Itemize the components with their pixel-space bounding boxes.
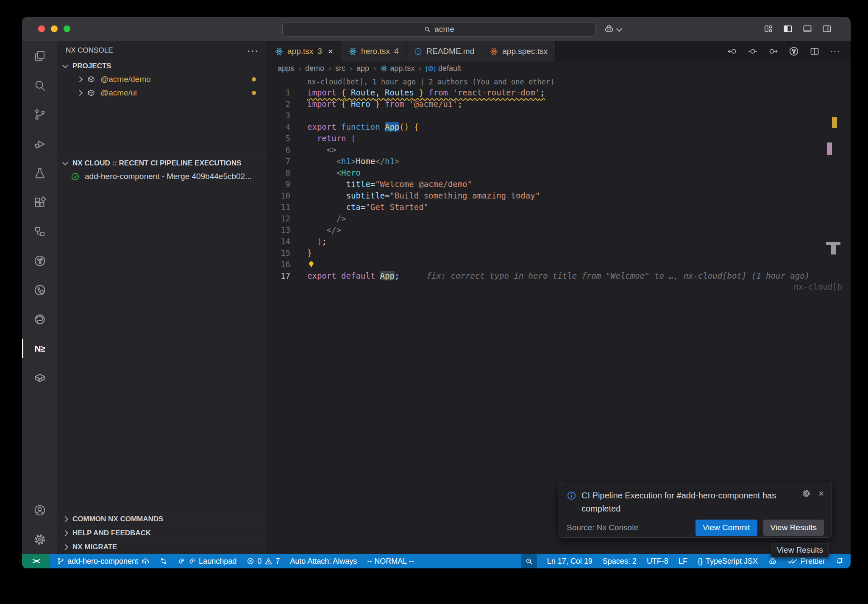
section-nx-migrate[interactable]: NX MIGRATE bbox=[57, 540, 267, 554]
chevron-right-icon bbox=[62, 544, 68, 550]
view-commit-button[interactable]: View Commit bbox=[696, 520, 757, 536]
nav-back-icon[interactable] bbox=[727, 46, 737, 56]
customize-layout-icon[interactable] bbox=[763, 24, 773, 34]
git-branch-status[interactable]: add-hero-component bbox=[57, 557, 150, 566]
explorer-icon[interactable] bbox=[22, 41, 57, 70]
tab-hero-tsx[interactable]: hero.tsx 4 bbox=[341, 41, 406, 62]
modified-dot bbox=[252, 91, 256, 95]
branch-icon bbox=[57, 557, 64, 565]
encoding-status[interactable]: UTF-8 bbox=[647, 557, 668, 566]
more-actions-icon[interactable]: ··· bbox=[830, 46, 840, 57]
project-item-acme-demo[interactable]: @acme/demo bbox=[57, 73, 267, 86]
language-mode-status[interactable]: {} TypeScript JSX bbox=[698, 557, 758, 566]
code-line[interactable]: 8 <Hero bbox=[267, 167, 851, 179]
close-tab-icon[interactable]: × bbox=[328, 46, 333, 56]
code-line[interactable]: 12 /> bbox=[267, 213, 851, 224]
notification-close-icon[interactable]: × bbox=[818, 489, 824, 498]
problems-status[interactable]: 0 7 bbox=[247, 557, 280, 566]
settings-gear-icon[interactable] bbox=[22, 525, 57, 554]
accounts-icon[interactable] bbox=[22, 495, 57, 525]
testing-icon[interactable] bbox=[22, 158, 57, 187]
code-line[interactable]: 10 subtitle="Build something amazing tod… bbox=[267, 190, 851, 201]
auto-attach-status[interactable]: Auto Attach: Always bbox=[290, 557, 357, 566]
code-line[interactable]: 7 <h1>Home</h1> bbox=[267, 156, 851, 167]
info-file-icon bbox=[414, 48, 422, 56]
pipeline-execution-item[interactable]: add-hero-component - Merge 409b44e5cb02.… bbox=[57, 170, 267, 183]
source-control-icon[interactable] bbox=[22, 100, 57, 129]
nx-graph-icon[interactable] bbox=[788, 46, 799, 57]
code-line[interactable]: 14 ); bbox=[267, 236, 851, 247]
view-results-button[interactable]: View Results bbox=[763, 520, 824, 536]
nav-circle-icon[interactable] bbox=[748, 46, 758, 56]
formatter-status[interactable]: Prettier bbox=[787, 557, 825, 566]
code-line[interactable]: 1import { Route, Routes } from 'react-ro… bbox=[267, 87, 851, 98]
code-line[interactable]: 4export function App() { bbox=[267, 121, 851, 133]
project-label: @acme/ui bbox=[100, 88, 137, 98]
nx-console-icon[interactable]: N≥ bbox=[22, 334, 57, 363]
braces-icon: {} bbox=[698, 557, 703, 566]
zoom-out-status[interactable] bbox=[521, 554, 537, 568]
toggle-secondary-sidebar-icon[interactable] bbox=[822, 24, 832, 34]
code-line[interactable]: 11 cta="Get Started" bbox=[267, 201, 851, 213]
line-number: 10 bbox=[267, 190, 295, 201]
cursor-position-status[interactable]: Ln 17, Col 19 bbox=[547, 557, 593, 566]
maximize-window-button[interactable] bbox=[64, 25, 70, 32]
editor-group: app.tsx 3 × hero.tsx 4 README.md bbox=[267, 41, 851, 554]
remote-indicator[interactable]: >< bbox=[22, 554, 50, 568]
copilot-menu[interactable] bbox=[604, 23, 621, 34]
breadcrumb-item-symbol[interactable]: [⊘] default bbox=[426, 64, 461, 73]
edge-tools-icon[interactable] bbox=[22, 305, 57, 334]
notifications-bell[interactable] bbox=[835, 557, 844, 565]
nav-forward-icon[interactable] bbox=[768, 46, 778, 56]
toggle-panel-icon[interactable] bbox=[802, 24, 812, 34]
project-item-acme-ui[interactable]: @acme/ui bbox=[57, 86, 267, 100]
run-debug-icon[interactable] bbox=[22, 129, 57, 158]
tab-bar: app.tsx 3 × hero.tsx 4 README.md bbox=[267, 41, 851, 62]
copilot-status[interactable] bbox=[768, 556, 777, 566]
vim-mode-status[interactable]: -- NORMAL -- bbox=[367, 557, 414, 566]
breadcrumb-item[interactable]: apps bbox=[278, 64, 294, 73]
section-common-nx-commands[interactable]: COMMON NX COMMANDS bbox=[57, 512, 267, 526]
publish-cloud-icon bbox=[141, 557, 150, 565]
section-nx-cloud[interactable]: NX CLOUD :: RECENT CI PIPELINE EXECUTION… bbox=[57, 157, 267, 170]
breadcrumb-item-file[interactable]: app.tsx bbox=[380, 64, 415, 73]
split-editor-icon[interactable] bbox=[810, 46, 820, 56]
line-number: 3 bbox=[267, 110, 295, 121]
section-projects[interactable]: PROJECTS bbox=[57, 60, 267, 73]
indentation-status[interactable]: Spaces: 2 bbox=[603, 557, 637, 566]
toggle-sidebar-icon[interactable] bbox=[783, 24, 793, 34]
nx-task-graph-icon[interactable] bbox=[22, 275, 57, 305]
launchpad-status[interactable]: Launchpad bbox=[178, 557, 236, 566]
line-number: 6 bbox=[267, 144, 295, 156]
git-compare-status[interactable] bbox=[160, 557, 167, 565]
search-view-icon[interactable] bbox=[22, 70, 57, 100]
eol-status[interactable]: LF bbox=[679, 557, 687, 566]
section-help-and-feedback[interactable]: HELP AND FEEDBACK bbox=[57, 526, 267, 540]
notification-settings-gear-icon[interactable] bbox=[802, 489, 811, 498]
containers-icon[interactable] bbox=[22, 363, 57, 392]
tab-readme-md[interactable]: README.md bbox=[406, 41, 482, 62]
breadcrumb-item[interactable]: app bbox=[356, 64, 369, 73]
code-line[interactable]: 13 </> bbox=[267, 224, 851, 236]
code-line[interactable]: 17export default App;fix: correct typo i… bbox=[267, 270, 851, 282]
code-line[interactable]: 2import { Hero } from '@acme/ui'; bbox=[267, 98, 851, 110]
close-window-button[interactable] bbox=[38, 25, 45, 32]
nx-project-graph-icon[interactable] bbox=[22, 246, 57, 275]
code-line[interactable]: 16 bbox=[267, 259, 851, 270]
minimize-window-button[interactable] bbox=[51, 25, 58, 32]
breadcrumb-item[interactable]: src bbox=[335, 64, 345, 73]
react-file-icon bbox=[380, 65, 387, 72]
related-projects-icon[interactable] bbox=[22, 217, 57, 246]
tab-app-spec-tsx[interactable]: app.spec.tsx bbox=[482, 41, 556, 62]
code-line[interactable]: 15} bbox=[267, 247, 851, 259]
more-actions-icon[interactable]: ··· bbox=[247, 45, 259, 56]
extensions-icon[interactable] bbox=[22, 187, 57, 217]
code-line[interactable]: 3 bbox=[267, 110, 851, 121]
breadcrumb-item[interactable]: demo bbox=[305, 64, 324, 73]
command-center-search[interactable]: acme bbox=[282, 22, 596, 36]
code-line[interactable]: 5 return ( bbox=[267, 133, 851, 144]
code-line[interactable]: 6 <> bbox=[267, 144, 851, 156]
code-line[interactable]: 9 title="Welcome @acme/demo" bbox=[267, 179, 851, 190]
tab-app-tsx[interactable]: app.tsx 3 × bbox=[267, 41, 341, 62]
lightbulb-icon[interactable] bbox=[307, 260, 315, 268]
